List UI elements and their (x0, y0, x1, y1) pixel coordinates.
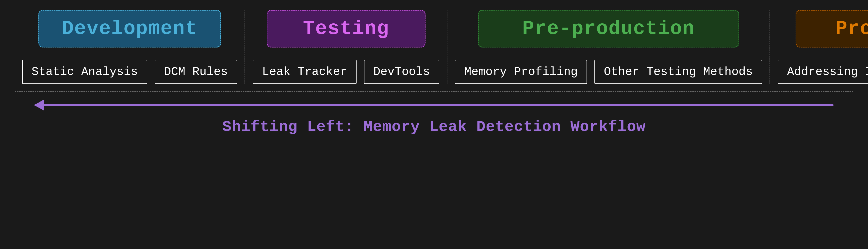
phase-header-preproduction: Pre-production (478, 10, 739, 47)
phase-title-preproduction: Pre-production (493, 17, 724, 40)
arrow-row (15, 104, 853, 106)
phase-items-development: Static AnalysisDCM Rules (22, 60, 237, 84)
phases-wrapper: DevelopmentStatic AnalysisDCM RulesTesti… (15, 10, 853, 84)
phase-header-testing: Testing (267, 10, 425, 47)
phase-title-development: Development (54, 17, 206, 40)
phase-items-testing: Leak TrackerDevTools (253, 60, 439, 84)
phase-items-preproduction: Memory ProfilingOther Testing Methods (455, 60, 762, 84)
phase-items-production: Addressing Issues in Production (778, 60, 868, 84)
phase-item-static-analysis: Static Analysis (22, 60, 147, 84)
phase-header-production: Production (796, 10, 868, 47)
phase-col-production: ProductionAddressing Issues in Productio… (770, 10, 868, 84)
arrow-line (34, 104, 834, 106)
horizontal-divider (15, 91, 853, 92)
phase-item-other-testing-methods: Other Testing Methods (594, 60, 762, 84)
phase-title-testing: Testing (282, 17, 410, 40)
phase-header-development: Development (38, 10, 221, 47)
phase-title-production: Production (811, 17, 868, 40)
phase-item-addressing-issues-in-production: Addressing Issues in Production (778, 60, 868, 84)
phase-col-development: DevelopmentStatic AnalysisDCM Rules (15, 10, 245, 84)
phase-col-preproduction: Pre-productionMemory ProfilingOther Test… (447, 10, 770, 84)
main-container: DevelopmentStatic AnalysisDCM RulesTesti… (0, 0, 868, 249)
phase-col-testing: TestingLeak TrackerDevTools (245, 10, 447, 84)
phase-item-dcm-rules: DCM Rules (155, 60, 237, 84)
phase-item-memory-profiling: Memory Profiling (455, 60, 587, 84)
phase-item-leak-tracker: Leak Tracker (253, 60, 356, 84)
phase-item-devtools: DevTools (364, 60, 439, 84)
footer-label: Shifting Left: Memory Leak Detection Wor… (15, 118, 853, 136)
